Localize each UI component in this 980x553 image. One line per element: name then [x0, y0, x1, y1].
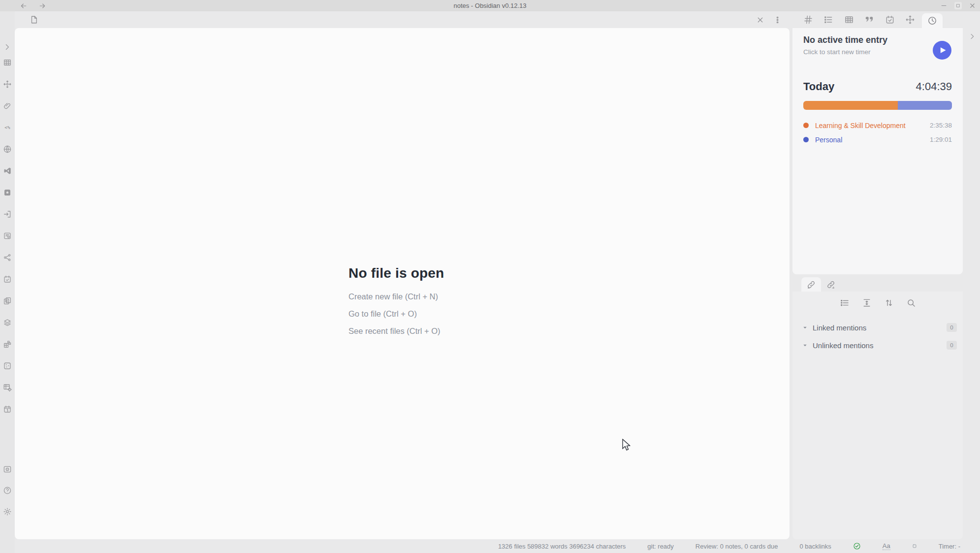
- minimize-icon[interactable]: [940, 2, 948, 9]
- check-circle-icon[interactable]: [853, 542, 861, 550]
- globe-icon[interactable]: [3, 145, 12, 154]
- more-options-icon[interactable]: [773, 16, 782, 24]
- entry-dot: [803, 137, 809, 142]
- tab-timer-active[interactable]: [922, 13, 943, 28]
- start-timer-button[interactable]: [933, 41, 951, 60]
- copy-documents-icon[interactable]: [3, 296, 12, 305]
- obsidian-app: { "window": { "title": "notes - Obsidian…: [0, 0, 980, 553]
- window-controls: [940, 0, 976, 11]
- timer-status-hint[interactable]: Click to start new timer: [803, 48, 952, 56]
- editor-pane: No file is open Create new file (Ctrl + …: [15, 28, 790, 539]
- section-label: Linked mentions: [813, 324, 947, 332]
- today-progress-bar: [803, 101, 952, 110]
- puzzle-blocks-icon[interactable]: [3, 340, 12, 349]
- entry-label: Personal: [815, 136, 930, 144]
- tab-graph-crosshair-icon[interactable]: [905, 15, 915, 25]
- tab-tags-hash-icon[interactable]: [803, 15, 813, 25]
- vscode-icon[interactable]: [3, 166, 12, 175]
- status-git[interactable]: git: ready: [647, 543, 673, 550]
- forward-icon[interactable]: [38, 2, 46, 10]
- calendar-day-icon[interactable]: [3, 405, 12, 414]
- timer-entry-personal[interactable]: Personal 1:29:01: [803, 132, 952, 147]
- window-title: notes - Obsidian v0.12.13: [0, 2, 980, 9]
- tab-outgoing-links[interactable]: [821, 277, 841, 292]
- sort-icon[interactable]: [884, 298, 894, 308]
- status-backlinks-count[interactable]: 0 backlinks: [799, 543, 831, 550]
- entry-time: 1:29:01: [930, 136, 952, 143]
- dice-icon[interactable]: [3, 361, 12, 370]
- tab-citations-quote-icon[interactable]: [864, 15, 874, 25]
- templater-icon[interactable]: <%: [3, 123, 12, 132]
- settings-gear-icon[interactable]: [3, 507, 12, 516]
- empty-state-actions: Create new file (Ctrl + N) Go to file (C…: [348, 292, 444, 336]
- left-ribbon: <%: [0, 11, 15, 553]
- editor-tab-header: [15, 11, 790, 28]
- help-icon[interactable]: [3, 486, 12, 495]
- svg-text:<%: <%: [4, 125, 10, 130]
- action-create-new-file[interactable]: Create new file (Ctrl + N): [348, 292, 444, 301]
- expand-vertical-icon[interactable]: [862, 298, 872, 308]
- table-icon[interactable]: [3, 58, 12, 67]
- caret-down-icon: [802, 343, 808, 348]
- section-label: Unlinked mentions: [813, 341, 947, 350]
- clock-icon: [927, 16, 937, 26]
- maximize-icon[interactable]: [954, 2, 962, 9]
- small-square-icon[interactable]: [912, 544, 917, 549]
- document-settings-icon[interactable]: [3, 231, 12, 240]
- status-aa-typography[interactable]: Aa: [883, 542, 890, 550]
- graph-crosshair-icon[interactable]: [3, 80, 12, 89]
- action-go-to-file[interactable]: Go to file (Ctrl + O): [348, 309, 444, 319]
- timer-status-title: No active time entry: [803, 34, 952, 45]
- link-out-icon: [826, 280, 835, 289]
- back-icon[interactable]: [20, 2, 28, 10]
- backlinks-sections: Linked mentions 0 Unlinked mentions 0: [792, 319, 963, 354]
- list-icon[interactable]: [840, 298, 850, 308]
- backlinks-pane: Linked mentions 0 Unlinked mentions 0: [792, 292, 963, 539]
- file-icon: [30, 15, 38, 24]
- expand-left-sidebar-icon[interactable]: [3, 43, 11, 51]
- tab-table-icon[interactable]: [844, 15, 854, 25]
- status-timer[interactable]: Timer: -: [939, 543, 960, 550]
- status-bar: 1326 files 589832 words 3696234 characte…: [0, 539, 980, 553]
- count-badge: 0: [947, 323, 957, 332]
- screenshot-icon[interactable]: [3, 465, 12, 474]
- link-in-icon: [807, 280, 816, 289]
- paperclip-icon[interactable]: [3, 101, 12, 110]
- table-gear-icon[interactable]: [3, 383, 12, 392]
- timer-entries: Learning & Skill Development 2:35:38 Per…: [803, 118, 952, 147]
- ribbon-icons-bottom: [3, 465, 12, 516]
- collapse-right-sidebar-icon[interactable]: [968, 33, 976, 40]
- status-file-stats: 1326 files 589832 words 3696234 characte…: [498, 543, 626, 550]
- today-total-time: 4:04:39: [916, 80, 952, 93]
- count-badge: 0: [947, 341, 957, 350]
- backlinks-toolbar: [792, 298, 963, 308]
- today-label: Today: [803, 80, 834, 93]
- caret-down-icon: [802, 325, 808, 330]
- layers-icon[interactable]: [3, 318, 12, 327]
- network-share-icon[interactable]: [3, 253, 12, 262]
- progress-segment: [898, 101, 952, 110]
- close-pane-icon[interactable]: [756, 16, 764, 24]
- close-window-icon[interactable]: [969, 2, 976, 9]
- sticker-star-icon[interactable]: [3, 188, 12, 197]
- tab-linked-mentions[interactable]: [801, 277, 821, 292]
- timer-entry-learning[interactable]: Learning & Skill Development 2:35:38: [803, 118, 952, 132]
- calendar-check-icon[interactable]: [3, 275, 12, 284]
- search-icon[interactable]: [906, 298, 916, 308]
- right-sidebar-tabs: [792, 11, 963, 28]
- tab-outline-list-icon[interactable]: [823, 15, 833, 25]
- action-see-recent-files[interactable]: See recent files (Ctrl + O): [348, 326, 444, 336]
- section-linked-mentions[interactable]: Linked mentions 0: [792, 319, 963, 336]
- empty-state-title: No file is open: [348, 265, 444, 281]
- entry-dot: [803, 123, 809, 128]
- ribbon-icons-top: <%: [3, 58, 12, 414]
- entry-label: Learning & Skill Development: [815, 122, 930, 130]
- progress-segment: [803, 101, 898, 110]
- section-unlinked-mentions[interactable]: Unlinked mentions 0: [792, 336, 963, 354]
- tab-review-calendar-icon[interactable]: [885, 15, 895, 25]
- log-in-icon[interactable]: [3, 210, 12, 219]
- nav-arrows: [20, 0, 46, 11]
- status-review[interactable]: Review: 0 notes, 0 cards due: [695, 543, 778, 550]
- timer-pane: No active time entry Click to start new …: [792, 28, 963, 274]
- titlebar: notes - Obsidian v0.12.13: [0, 0, 980, 11]
